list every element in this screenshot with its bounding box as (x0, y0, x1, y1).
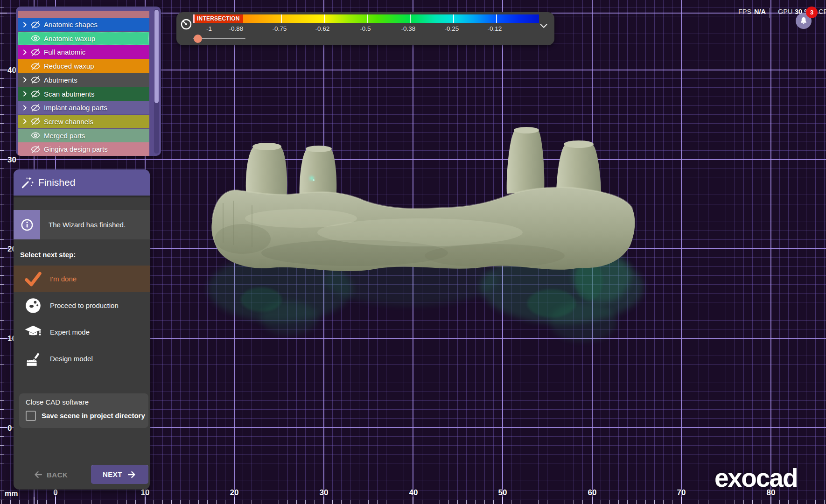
eye-off-icon[interactable] (31, 62, 40, 71)
bar-tick (281, 14, 282, 23)
chevron-right-icon[interactable] (21, 76, 28, 84)
close-cad-box: Close CAD software Save scene in project… (19, 393, 148, 428)
save-scene-checkbox[interactable] (26, 411, 36, 421)
chevron-down-icon[interactable] (539, 21, 549, 31)
scale-label: -0.5 (360, 25, 371, 32)
layer-label: Gingiva design parts (44, 145, 108, 153)
chevron-right-icon[interactable] (21, 21, 28, 28)
ruler-left-0: 0 (7, 424, 12, 433)
close-cad-title: Close CAD software (26, 398, 89, 406)
graduation-cap-icon (23, 323, 43, 341)
eye-icon[interactable] (31, 131, 40, 140)
wizard-header: Finished (14, 169, 150, 197)
back-label: BACK (47, 471, 68, 479)
ruler-bottom-10: 10 (141, 488, 150, 497)
layer-row-screw-channels[interactable]: Screw channels (18, 115, 149, 128)
eye-off-icon[interactable] (31, 117, 40, 126)
production-icon (23, 297, 43, 315)
layer-row-scan-abutments[interactable]: Scan abutments (18, 87, 149, 101)
layer-label: Full anatomic (44, 48, 85, 56)
info-icon-tile (14, 210, 40, 239)
eye-off-icon[interactable] (31, 89, 40, 98)
option-label: I'm done (50, 275, 77, 283)
chevron-right-icon[interactable] (21, 49, 28, 56)
layer-label: Implant analog parts (44, 104, 107, 112)
bar-tick (324, 14, 325, 23)
next-button[interactable]: NEXT (91, 465, 148, 484)
ruler-bottom-20: 20 (230, 488, 239, 497)
back-button[interactable]: BACK (33, 467, 68, 482)
option-design-model[interactable]: Design model (14, 345, 150, 372)
option-expert-mode[interactable]: Expert mode (14, 319, 150, 345)
eye-off-icon[interactable] (31, 75, 40, 84)
wizard-message: The Wizard has finished. (49, 221, 126, 229)
select-next-step-label: Select next step: (20, 251, 76, 259)
eye-icon[interactable] (31, 34, 40, 43)
layer-row-merged-parts[interactable]: Merged parts (18, 129, 149, 142)
scale-label: -0.62 (315, 25, 330, 32)
layer-row-abutments[interactable]: Abutments (18, 73, 149, 87)
layer-label: Abutments (44, 76, 77, 84)
wizard-title: Finished (38, 177, 75, 188)
layer-row-anatomic-waxup[interactable]: Anatomic waxup (18, 32, 149, 45)
layer-row-gingiva-design-parts[interactable]: Gingiva design parts (18, 142, 149, 156)
intersection-slider-handle[interactable] (194, 35, 202, 43)
layer-row-anatomic-shapes[interactable]: Anatomic shapes (18, 18, 149, 31)
bell-icon (799, 16, 808, 26)
scale-label: -0.88 (229, 25, 244, 32)
bar-tick (453, 14, 454, 23)
scale-label: -0.12 (488, 25, 502, 32)
eye-off-icon[interactable] (31, 48, 40, 57)
wizard-info-row: The Wizard has finished. (14, 210, 150, 239)
ruler-bottom-40: 40 (409, 488, 418, 497)
arrow-right-icon (126, 469, 137, 480)
ruler-bottom-70: 70 (677, 488, 686, 497)
layer-row-implant-analog-parts[interactable]: Implant analog parts (18, 101, 149, 114)
layer-row-partial[interactable] (18, 11, 149, 18)
gauge-icon[interactable] (180, 18, 193, 31)
chevron-right-icon[interactable] (21, 118, 28, 125)
status-separator (770, 8, 770, 18)
layers-panel: Anatomic shapes Anatomic waxup Full anat… (16, 7, 161, 156)
scale-label: -1 (206, 25, 212, 32)
exocad-logo: exocad (714, 463, 798, 493)
scale-label: -0.38 (401, 25, 416, 32)
design-model-icon (23, 350, 43, 368)
cpu-label: CPU (819, 8, 826, 15)
layer-row-full-anatomic[interactable]: Full anatomic (18, 45, 149, 59)
save-scene-label: Save scene in project directory (42, 412, 145, 420)
ruler-left-30: 30 (7, 155, 16, 165)
fps-label: FPS (738, 8, 751, 15)
eye-off-icon[interactable] (31, 20, 40, 29)
layers-scrollbar-track[interactable] (154, 9, 159, 154)
ruler-bottom-60: 60 (588, 488, 597, 497)
scale-label: -0.75 (273, 25, 287, 32)
chevron-right-icon[interactable] (21, 90, 28, 98)
gpu-label: GPU (778, 8, 792, 15)
eye-off-icon[interactable] (31, 103, 40, 112)
bar-tick (496, 14, 497, 23)
ruler-bottom-50: 50 (498, 488, 507, 497)
magic-wand-icon (21, 175, 35, 189)
ruler-bottom-0: 0 (53, 488, 57, 497)
intersection-panel: INTERSECTION -1 -0.88 -0.75 -0.62 -0.5 -… (176, 12, 554, 45)
bar-tick (410, 14, 411, 23)
layers-scrollbar-thumb[interactable] (154, 10, 159, 103)
option-im-done[interactable]: I'm done (14, 266, 150, 292)
option-proceed-to-production[interactable]: Proceed to production (14, 292, 150, 319)
wizard-panel: Finished The Wizard has finished. Select… (14, 169, 150, 490)
notification-badge: 3 (806, 7, 818, 18)
arrow-left-icon (33, 469, 43, 480)
layer-label: Scan abutments (44, 90, 94, 98)
chevron-right-icon[interactable] (21, 104, 28, 112)
check-icon (23, 270, 43, 288)
ruler-left-40: 40 (7, 66, 16, 75)
info-icon (20, 218, 34, 232)
layer-row-reduced-waxup[interactable]: Reduced waxup (18, 59, 149, 73)
option-label: Proceed to production (50, 301, 119, 309)
next-label: NEXT (103, 470, 122, 478)
fps-value: N/A (754, 8, 766, 15)
eye-off-icon[interactable] (31, 145, 40, 154)
option-label: Design model (50, 355, 93, 363)
intersection-title: INTERSECTION (195, 14, 243, 23)
